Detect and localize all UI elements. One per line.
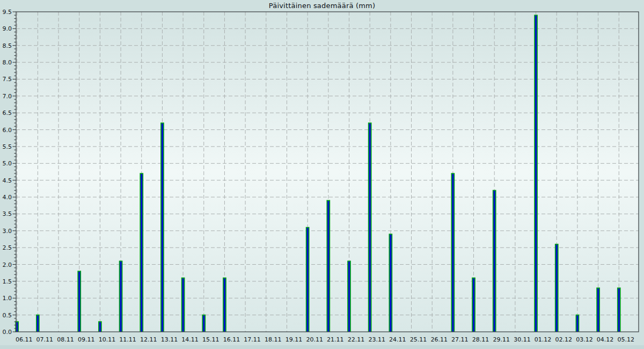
- x-axis-label: 25.11: [410, 336, 427, 343]
- y-axis-label: 8.5: [3, 42, 12, 49]
- bar: [99, 322, 101, 332]
- chart-window: Päivittäinen sademäärä (mm) 0.00.51.01.5…: [0, 0, 644, 349]
- x-axis-label: 02.12: [555, 336, 572, 343]
- y-axis-label: 5.0: [3, 160, 12, 167]
- x-axis-label: 01.12: [535, 336, 552, 343]
- x-axis-label: 22.11: [348, 336, 365, 343]
- bar: [369, 123, 371, 332]
- x-axis-label: 18.11: [265, 336, 282, 343]
- x-axis-label: 21.11: [327, 336, 344, 343]
- rainfall-bar-chart: 0.00.51.01.52.02.53.03.54.04.55.05.56.06…: [0, 0, 644, 349]
- bar: [161, 123, 164, 332]
- y-axis-label: 2.5: [3, 244, 12, 251]
- y-axis-label: 0.0: [3, 329, 12, 336]
- x-axis-label: 03.12: [576, 336, 593, 343]
- x-axis-label: 19.11: [286, 336, 303, 343]
- y-axis-label: 4.5: [3, 177, 12, 184]
- bar: [451, 173, 454, 332]
- y-axis-label: 6.0: [3, 127, 12, 134]
- y-axis-label: 3.5: [3, 210, 12, 217]
- bar: [389, 234, 392, 332]
- bar: [78, 271, 80, 332]
- x-axis-label: 15.11: [202, 336, 219, 343]
- bar: [618, 288, 620, 332]
- bar: [597, 288, 599, 332]
- bar: [140, 173, 143, 332]
- y-axis-label: 1.0: [3, 295, 12, 302]
- bar: [348, 261, 350, 332]
- x-axis-label: 17.11: [244, 336, 261, 343]
- x-axis-label: 23.11: [368, 336, 385, 343]
- y-axis-label: 8.0: [3, 59, 12, 66]
- bar: [36, 315, 39, 332]
- y-axis-label: 2.0: [3, 261, 12, 268]
- y-axis-label: 5.5: [3, 143, 12, 150]
- bar: [535, 15, 537, 332]
- y-axis-label: 7.5: [3, 76, 12, 83]
- bar: [306, 228, 309, 332]
- bar: [327, 200, 330, 332]
- bar: [493, 191, 496, 332]
- bar: [472, 278, 475, 332]
- y-axis-label: 4.0: [3, 194, 12, 201]
- x-axis-label: 07.11: [36, 336, 54, 343]
- bar: [555, 244, 558, 332]
- x-axis-label: 14.11: [181, 336, 199, 343]
- x-axis-label: 16.11: [223, 336, 240, 343]
- x-axis-label: 08.11: [57, 336, 74, 343]
- bar: [223, 278, 226, 332]
- bar: [202, 315, 205, 332]
- y-axis-label: 6.5: [3, 110, 12, 117]
- y-axis-label: 7.0: [3, 93, 12, 100]
- y-axis-label: 9.0: [3, 25, 12, 32]
- x-axis-label: 20.11: [306, 336, 323, 343]
- bar: [120, 261, 122, 332]
- bar: [576, 315, 579, 332]
- window-bottom-strip: [0, 345, 644, 349]
- x-axis-label: 30.11: [514, 336, 531, 343]
- y-axis-label: 0.5: [3, 312, 12, 319]
- x-axis-label: 11.11: [119, 336, 136, 343]
- bar: [182, 278, 185, 332]
- y-axis-label: 1.5: [3, 278, 12, 285]
- x-axis-label: 09.11: [78, 336, 95, 343]
- x-axis-label: 13.11: [161, 336, 178, 343]
- x-axis-label: 26.11: [430, 336, 448, 343]
- x-axis-label: 05.12: [618, 336, 635, 343]
- y-axis-label: 3.0: [3, 228, 12, 235]
- x-axis-label: 10.11: [99, 336, 116, 343]
- x-axis-label: 24.11: [389, 336, 406, 343]
- x-axis-label: 28.11: [472, 336, 489, 343]
- x-axis-label: 27.11: [451, 336, 469, 343]
- x-axis-label: 29.11: [493, 336, 510, 343]
- x-axis-label: 12.11: [140, 336, 157, 343]
- x-axis-label: 04.12: [597, 336, 614, 343]
- y-axis-label: 9.5: [3, 9, 12, 16]
- x-axis-label: 06.11: [16, 336, 33, 343]
